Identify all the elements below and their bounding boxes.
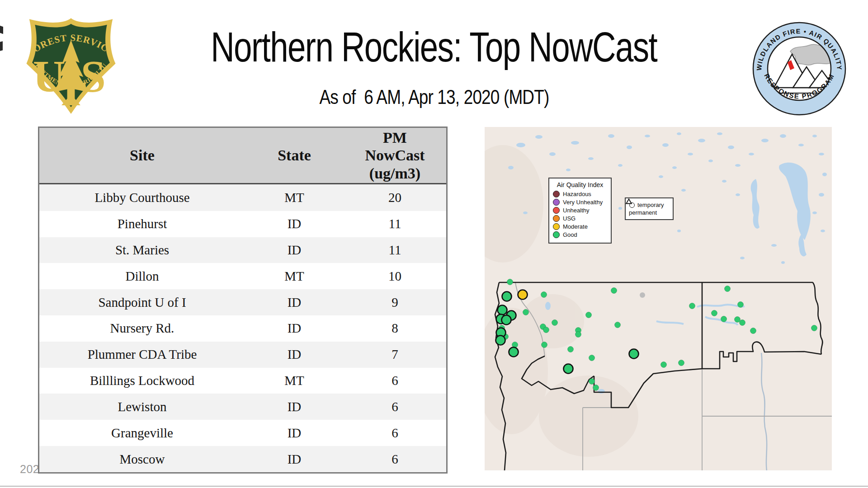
monitor-marker-permanent-good [552,320,558,326]
gray-dot [640,292,645,298]
site-cell: Plummer CDA Tribe [39,342,245,368]
state-cell: ID [245,446,344,472]
value-cell: 20 [344,184,446,211]
state-cell: ID [245,237,344,263]
monitor-marker-permanent-good [507,279,513,285]
aqi-legend: Air Quality Index HazardousVery Unhealth… [548,178,612,244]
rivers [656,305,745,325]
site-cell: Lewiston [39,394,245,420]
site-cell: Moscow [39,446,245,472]
usg-dot-icon [553,215,560,222]
page-subtitle: As of 6 AM, Apr 13, 2020 (MDT) [0,86,868,108]
aqi-legend-label: Very Unhealthy [563,199,603,206]
monitor-marker-temporary-good [502,315,511,325]
value-cell: 6 [344,446,446,472]
marker-type-legend: temporary permanent [625,197,674,220]
monitor-marker-permanent-good [523,310,529,315]
aqi-legend-item-hazardous: Hazardous [553,191,607,197]
nowcast-table-container: Site State PM NowCast (ug/m3) Libby Cour… [38,127,448,474]
permanent-legend-row: permanent [629,209,670,216]
state-cell: ID [245,394,344,420]
monitor-marker-permanent-good [750,328,756,334]
monitor-marker-permanent-good [589,355,595,361]
aqi-legend-label: Unhealthy [563,207,590,214]
value-cell: 6 [344,368,446,394]
monitor-marker-permanent-good [586,312,592,318]
nowcast-table: Site State PM NowCast (ug/m3) Libby Cour… [39,128,446,472]
monitor-marker-permanent-good [541,292,547,298]
monitor-marker-temporary-good [502,292,512,301]
state-cell: ID [245,211,344,237]
table-row: MoscowID6 [39,446,446,472]
site-cell: St. Maries [39,237,245,263]
site-cell: Sandpoint U of I [39,289,245,315]
value-cell: 6 [344,394,446,420]
value-cell: 6 [344,420,446,446]
site-cell: Libby Courthouse [39,184,245,211]
state-cell: ID [245,289,344,315]
column-header-state: State [245,128,344,184]
moderate-dot-icon [553,223,560,230]
map-canvas [485,127,832,470]
aqi-legend-label: USG [563,215,576,222]
good-dot-icon [553,231,560,238]
temporary-label: temporary [637,202,664,208]
table-row: LewistonID6 [39,394,446,420]
state-cell: MT [245,263,344,289]
state-cell: ID [245,315,344,342]
table-row: St. MariesID11 [39,237,446,263]
slide-bottom-rule [0,486,868,487]
monitor-marker-permanent-good [738,302,744,308]
monitor-marker-permanent-good [568,347,574,352]
table-header-row: Site State PM NowCast (ug/m3) [39,128,446,184]
table-row: Sandpoint U of IID9 [39,289,446,315]
page-title: Northern Rockies: Top NowCast [0,23,868,71]
permanent-triangle-icon [626,198,632,204]
state-cell: ID [245,342,344,368]
table-row: PinehurstID11 [39,211,446,237]
monitor-marker-temporary-good [498,305,507,315]
aqi-legend-item-very_unhealthy: Very Unhealthy [553,199,607,206]
hazardous-dot-icon [553,191,560,197]
monitor-marker-permanent-good [576,332,581,338]
value-cell: 10 [344,263,446,289]
slide: 2020-04-13 12:37:42 UTC FOREST SERVICE U… [0,0,868,488]
table-row: GrangevilleID6 [39,420,446,446]
aqi-legend-label: Good [563,231,577,238]
monitor-marker-permanent-good [615,322,621,328]
table-row: Libby CourthouseMT20 [39,184,446,211]
table-row: Plummer CDA TribeID7 [39,342,446,368]
unhealthy-dot-icon [553,207,560,214]
site-cell: Dillon [39,263,245,289]
monitor-marker-permanent-good [721,316,727,322]
permanent-label: permanent [629,209,657,216]
wfaqrp-logo-icon: WILDLAND FIRE • AIR QUALITY RESPONSE PRO… [751,20,847,117]
aqi-legend-item-good: Good [553,231,607,238]
aqi-legend-item-moderate: Moderate [553,223,607,230]
aqi-legend-item-unhealthy: Unhealthy [553,207,607,214]
temporary-legend-row: temporary [629,201,670,209]
aqi-legend-label: Moderate [563,223,588,230]
table-row: Nursery Rd.ID8 [39,315,446,342]
monitor-marker-permanent-good [593,385,599,391]
table-row: Billlings LockwoodMT6 [39,368,446,394]
monitor-marker-permanent-good [661,362,667,368]
monitor-marker-temporary-good [629,349,639,359]
monitor-marker-permanent-good [725,286,731,292]
lakes [508,132,827,394]
value-cell: 11 [344,237,446,263]
monitor-marker-permanent-good [740,320,745,326]
column-header-site: Site [39,128,245,184]
aqi-map: Air Quality Index HazardousVery Unhealth… [485,127,832,470]
site-cell: Grangeville [39,420,245,446]
state-cell: ID [245,420,344,446]
state-cell: MT [245,368,344,394]
monitor-marker-permanent-good [712,310,717,316]
monitor-marker-permanent-good [811,325,817,331]
very_unhealthy-dot-icon [553,199,560,206]
state-cell: MT [245,184,344,211]
value-cell: 7 [344,342,446,368]
monitor-marker-permanent-good [679,360,684,366]
monitor-marker-temporary-good [564,364,573,374]
monitor-marker-temporary-good [496,336,505,345]
